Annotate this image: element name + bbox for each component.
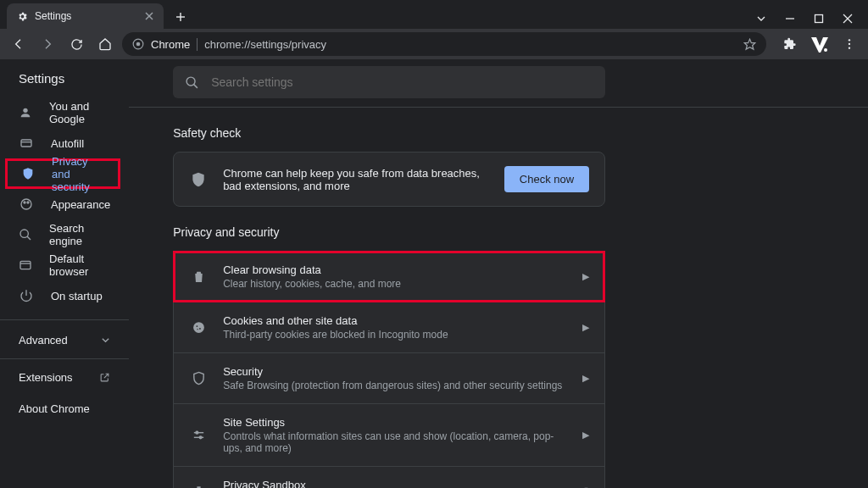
row-clear-browsing-data[interactable]: Clear browsing data Clear history, cooki… [174, 252, 604, 302]
row-subtitle: Safe Browsing (protection from dangerous… [223, 380, 567, 391]
check-now-button[interactable]: Check now [504, 166, 589, 192]
omnibox-prefix: Chrome [151, 38, 198, 51]
svg-line-29 [194, 84, 198, 87]
sidebar-item-on-startup[interactable]: On startup [0, 280, 129, 311]
shield-icon [189, 371, 208, 385]
search-input[interactable] [211, 75, 593, 89]
nav-label: You and Google [49, 100, 110, 125]
row-cookies[interactable]: Cookies and other site data Third-party … [174, 302, 604, 352]
reload-button[interactable] [64, 32, 88, 56]
nav-label: Autofill [51, 137, 84, 150]
flask-icon [189, 485, 208, 488]
svg-point-15 [849, 47, 850, 49]
close-window-icon[interactable] [843, 14, 856, 24]
main-panel: Safety check Chrome can help keep you sa… [129, 59, 868, 488]
svg-line-23 [27, 236, 31, 240]
nav-label: Privacy and security [52, 155, 99, 193]
content-area: Settings You and Google Autofill Privacy… [0, 59, 868, 488]
autofill-icon [19, 136, 34, 150]
sidebar-about-link[interactable]: About Chrome [0, 392, 129, 424]
toolbar: Chrome chrome://settings/privacy [0, 29, 868, 59]
chevron-down-icon [101, 336, 110, 345]
chevron-down-icon[interactable] [756, 14, 770, 24]
window-controls [756, 14, 868, 29]
sidebar-item-search-engine[interactable]: Search engine [0, 219, 129, 250]
svg-point-37 [199, 436, 202, 439]
row-title: Cookies and other site data [223, 314, 567, 327]
forward-button[interactable] [36, 32, 59, 56]
svg-rect-5 [815, 15, 823, 23]
power-icon [19, 289, 34, 302]
close-icon[interactable] [145, 12, 153, 20]
omnibox[interactable]: Chrome chrome://settings/privacy [122, 32, 766, 56]
maximize-icon[interactable] [814, 14, 827, 24]
site-info-icon[interactable] [132, 38, 144, 50]
sidebar-item-default-browser[interactable]: Default browser [0, 250, 129, 280]
row-subtitle: Controls what information sites can use … [223, 430, 567, 454]
svg-point-28 [186, 77, 195, 86]
svg-point-19 [21, 199, 31, 209]
extension-area [778, 32, 861, 56]
external-link-icon [99, 372, 110, 383]
tab-title: Settings [35, 10, 138, 22]
svg-marker-10 [744, 39, 755, 49]
chevron-right-icon: ▶ [582, 430, 589, 441]
new-tab-button[interactable] [169, 5, 192, 29]
chevron-right-icon: ▶ [582, 322, 589, 333]
row-privacy-sandbox[interactable]: Privacy Sandbox Trial features are on [174, 466, 604, 488]
shield-icon [21, 167, 35, 180]
svg-point-14 [849, 43, 850, 45]
browser-tab[interactable]: Settings [7, 3, 164, 29]
safety-check-heading: Safety check [173, 126, 868, 140]
settings-heading: Settings [0, 71, 129, 97]
nav-label: Appearance [51, 198, 110, 211]
minimize-icon[interactable] [785, 14, 798, 24]
row-security[interactable]: Security Safe Browsing (protection from … [174, 352, 604, 403]
row-subtitle: Third-party cookies are blocked in Incog… [223, 329, 567, 341]
svg-point-30 [193, 322, 204, 333]
about-label: About Chrome [19, 402, 90, 415]
browser-icon [19, 258, 32, 272]
search-settings[interactable] [173, 66, 605, 98]
row-title: Clear browsing data [223, 263, 567, 276]
svg-point-31 [196, 325, 198, 327]
safety-check-card: Chrome can help keep you safe from data … [173, 152, 605, 207]
row-site-settings[interactable]: Site Settings Controls what information … [174, 403, 604, 466]
sidebar-item-privacy-security[interactable]: Privacy and security [5, 158, 120, 189]
sidebar-advanced-toggle[interactable]: Advanced [0, 319, 129, 359]
row-title: Site Settings [223, 416, 567, 429]
omnibox-url: chrome://settings/privacy [204, 38, 326, 51]
menu-icon[interactable] [837, 32, 861, 56]
sliders-icon [189, 428, 208, 442]
privacy-heading: Privacy and security [173, 225, 868, 239]
chevron-right-icon: ▶ [582, 271, 589, 282]
svg-point-32 [199, 328, 201, 330]
home-button[interactable] [93, 32, 117, 56]
row-subtitle: Clear history, cookies, cache, and more [223, 278, 567, 290]
svg-point-33 [197, 329, 198, 330]
advanced-label: Advanced [19, 334, 68, 347]
row-title: Privacy Sandbox [223, 479, 563, 488]
privacy-list: Clear browsing data Clear history, cooki… [173, 251, 605, 488]
sidebar-extensions-link[interactable]: Extensions [0, 361, 129, 392]
divider [129, 107, 868, 108]
trash-icon [189, 269, 208, 284]
svg-point-9 [136, 42, 141, 47]
bookmark-star-icon[interactable] [743, 38, 756, 51]
person-icon [19, 106, 32, 119]
nav-label: Default browser [49, 252, 110, 278]
svg-point-16 [23, 108, 27, 113]
nav-label: Search engine [49, 222, 110, 247]
cookie-icon [189, 320, 208, 335]
extensions-icon[interactable] [778, 32, 802, 56]
row-title: Security [223, 365, 567, 378]
svg-point-36 [196, 431, 198, 434]
brand-logo-icon [809, 33, 831, 55]
sidebar-item-you-and-google[interactable]: You and Google [0, 97, 129, 128]
back-button[interactable] [7, 32, 31, 56]
sidebar-item-appearance[interactable]: Appearance [0, 189, 129, 219]
nav-label: On startup [51, 290, 103, 302]
svg-point-22 [20, 230, 28, 237]
safety-check-text: Chrome can help keep you safe from data … [223, 167, 489, 192]
chevron-right-icon: ▶ [582, 373, 589, 384]
